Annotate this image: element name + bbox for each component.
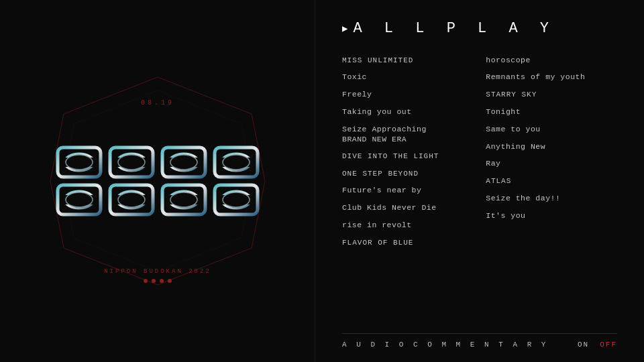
track-rise-in-revolt[interactable]: rise in revolt (342, 217, 486, 234)
audio-commentary-label: A U D I O C O M M E N T A R Y (342, 341, 578, 349)
track-futures-near-by[interactable]: Future's near by (342, 182, 486, 200)
track-seize-approaching[interactable]: Seize ApproachingBRAND NEW ERA (342, 121, 486, 148)
dot-2 (152, 279, 156, 283)
track-freely[interactable]: Freely (342, 86, 486, 103)
dot-4 (168, 279, 172, 283)
track-column-left: MISS UNLIMITED Toxic Freely Taking you o… (342, 52, 486, 251)
track-its-you[interactable]: It's you (486, 207, 617, 225)
track-dive-into-light[interactable]: DIVE INTO THE LIGHT (342, 148, 486, 165)
track-horoscope[interactable]: horoscope (486, 52, 617, 69)
play-icon: ▶ (342, 23, 347, 34)
track-list: MISS UNLIMITED Toxic Freely Taking you o… (342, 52, 617, 251)
track-anything-new[interactable]: Anything New (486, 138, 617, 156)
left-panel: 08.19 (0, 0, 315, 362)
audio-commentary-row: A U D I O C O M M E N T A R Y ON OFF (342, 333, 617, 349)
dot-3 (160, 279, 164, 283)
right-panel: ▶ A L L P L A Y MISS UNLIMITED Toxic Fre… (315, 0, 644, 362)
track-miss-unlimited[interactable]: MISS UNLIMITED (342, 52, 486, 68)
track-remnants[interactable]: Remnants of my youth (486, 69, 617, 86)
track-starry-sky[interactable]: STARRY SKY (486, 86, 617, 103)
track-column-right: horoscope Remnants of my youth STARRY SK… (486, 52, 617, 251)
track-flavor-of-blue[interactable]: FLAVOR OF BLUE (342, 234, 486, 251)
commentary-on-button[interactable]: ON (578, 341, 589, 349)
track-taking-you-out[interactable]: Taking you out (342, 103, 486, 121)
track-toxic[interactable]: Toxic (342, 68, 486, 86)
all-play-title: A L L P L A Y (353, 20, 555, 37)
dots-container (144, 279, 172, 283)
track-seize-the-day[interactable]: Seize the day!! (486, 190, 617, 207)
logo-area (55, 145, 260, 217)
date-text: 08.19 (141, 99, 174, 107)
track-atlas[interactable]: ATLAS (486, 173, 617, 190)
track-tonight[interactable]: Tonight (486, 103, 617, 121)
all-play-header[interactable]: ▶ A L L P L A Y (342, 20, 617, 37)
logo-row-top (55, 145, 260, 180)
track-club-kids[interactable]: Club Kids Never Die (342, 200, 486, 217)
track-one-step-beyond[interactable]: ONE STEP BEYOND (342, 165, 486, 182)
dot-1 (144, 279, 148, 283)
commentary-off-button[interactable]: OFF (600, 341, 617, 349)
track-ray[interactable]: Ray (486, 156, 617, 173)
track-same-to-you[interactable]: Same to you (486, 121, 617, 138)
venue-text: NIPPON BUDOKAN 2022 (104, 268, 211, 275)
logo-row-bottom (55, 182, 260, 217)
